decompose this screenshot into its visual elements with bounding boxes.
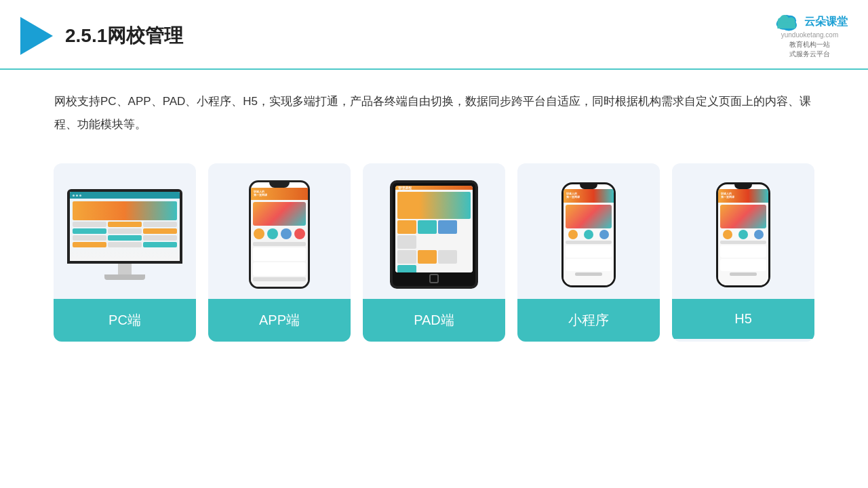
brand-tagline: 教育机构一站式服务云平台 (789, 40, 830, 59)
miniprogram-phone-icon: 职途人的第一堂网课 (561, 182, 616, 287)
header: 2.5.1网校管理 云朵课堂 yunduoketang.com 教育机构一站式服… (0, 0, 868, 70)
card-pc-image (54, 163, 196, 299)
monitor-screen (67, 189, 182, 264)
card-app: 职途人的第一堂网课 (208, 163, 351, 342)
logo-triangle-icon (20, 17, 53, 55)
card-h5-image: 职途人的第一堂网课 (672, 163, 814, 299)
brand-logo: 云朵课堂 (772, 12, 848, 31)
brand-name: 云朵课堂 (804, 15, 848, 29)
card-pc: PC端 (54, 163, 196, 342)
tablet-device-icon: 管理课程 (390, 180, 478, 289)
card-pc-label: PC端 (54, 299, 196, 342)
phone-device-icon: 职途人的第一堂网课 (249, 180, 310, 289)
cloud-icon (772, 12, 800, 31)
card-miniprogram: 职途人的第一堂网课 (517, 163, 660, 342)
brand-section: 云朵课堂 yunduoketang.com 教育机构一站式服务云平台 (772, 12, 848, 59)
card-miniprogram-label: 小程序 (517, 299, 660, 342)
description-text: 网校支持PC、APP、PAD、小程序、H5，实现多端打通，产品各终端自由切换，数… (0, 70, 868, 143)
card-h5-label: H5 (672, 299, 814, 339)
pc-monitor-icon (67, 189, 182, 280)
card-pad-image: 管理课程 (363, 163, 505, 299)
card-pad: 管理课程 (363, 163, 505, 342)
cards-section: PC端 职途人的第一堂网课 (0, 143, 868, 342)
svg-rect-9 (777, 23, 795, 28)
card-miniprogram-image: 职途人的第一堂网课 (517, 163, 660, 299)
header-left: 2.5.1网校管理 (20, 17, 183, 55)
page-title: 2.5.1网校管理 (65, 23, 183, 49)
description-content: 网校支持PC、APP、PAD、小程序、H5，实现多端打通，产品各终端自由切换，数… (54, 95, 811, 131)
card-pad-label: PAD端 (363, 299, 505, 342)
card-h5: 职途人的第一堂网课 (672, 163, 814, 342)
card-app-label: APP端 (208, 299, 351, 342)
brand-url: yunduoketang.com (781, 31, 839, 39)
card-app-image: 职途人的第一堂网课 (208, 163, 351, 299)
h5-phone-icon: 职途人的第一堂网课 (716, 182, 770, 287)
